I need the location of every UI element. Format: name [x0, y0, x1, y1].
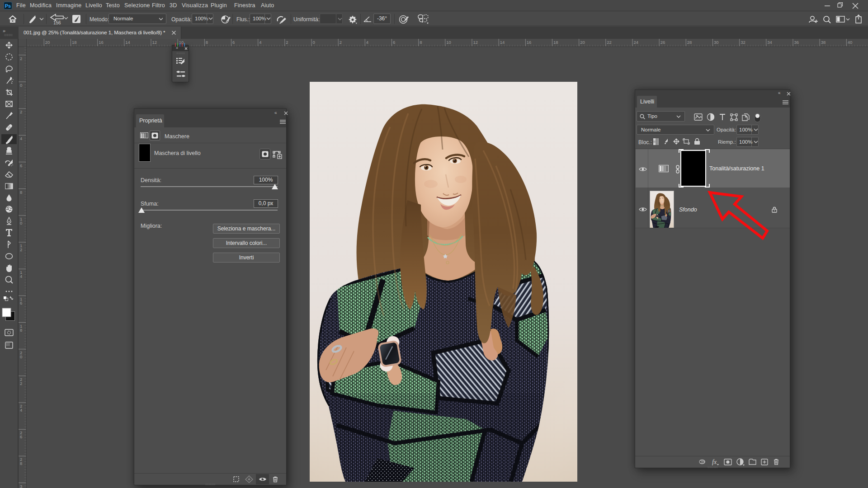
svg-text:6: 6 — [20, 300, 22, 305]
svg-text:0: 0 — [20, 221, 22, 225]
svg-text:18: 18 — [553, 40, 558, 45]
svg-text:2: 2 — [340, 40, 342, 45]
svg-text:2: 2 — [20, 56, 22, 61]
svg-text:32: 32 — [741, 40, 745, 45]
svg-text:14: 14 — [500, 40, 505, 45]
svg-text:6: 6 — [393, 40, 395, 45]
svg-text:26: 26 — [660, 40, 665, 45]
svg-text:2: 2 — [20, 381, 22, 386]
svg-text:8: 8 — [20, 461, 22, 466]
svg-text:34: 34 — [767, 40, 772, 45]
svg-text:4: 4 — [259, 40, 261, 45]
svg-text:0: 0 — [20, 354, 22, 359]
svg-text:20: 20 — [580, 40, 585, 45]
svg-text:40: 40 — [848, 40, 853, 45]
svg-text:0: 0 — [20, 83, 22, 88]
svg-text:12: 12 — [473, 40, 478, 45]
svg-text:28: 28 — [687, 40, 692, 45]
svg-text:2: 2 — [286, 40, 288, 45]
svg-text:10: 10 — [446, 40, 451, 45]
svg-text:6: 6 — [20, 163, 22, 168]
svg-text:36: 36 — [794, 40, 799, 45]
svg-text:30: 30 — [714, 40, 719, 45]
svg-text:24: 24 — [634, 40, 639, 45]
svg-text:8: 8 — [20, 328, 22, 333]
svg-text:14: 14 — [125, 40, 130, 45]
svg-text:8: 8 — [206, 40, 208, 45]
svg-text:18: 18 — [72, 40, 77, 45]
svg-text:0: 0 — [313, 40, 315, 45]
svg-text:6: 6 — [20, 434, 22, 439]
svg-text:4: 4 — [20, 274, 22, 279]
svg-text:4: 4 — [366, 40, 368, 45]
svg-text:22: 22 — [607, 40, 612, 45]
svg-text:12: 12 — [152, 40, 157, 45]
svg-text:16: 16 — [527, 40, 532, 45]
svg-text:6: 6 — [232, 40, 235, 45]
svg-text:4: 4 — [20, 408, 22, 413]
svg-text:4: 4 — [20, 136, 22, 141]
svg-text:2: 2 — [20, 109, 22, 114]
svg-text:fx: fx — [712, 459, 717, 465]
svg-text:2: 2 — [20, 247, 22, 252]
svg-text:8: 8 — [420, 40, 422, 45]
svg-text:20: 20 — [45, 40, 50, 45]
svg-text:38: 38 — [821, 40, 826, 45]
svg-text:8: 8 — [20, 190, 22, 195]
svg-text:16: 16 — [99, 40, 104, 45]
